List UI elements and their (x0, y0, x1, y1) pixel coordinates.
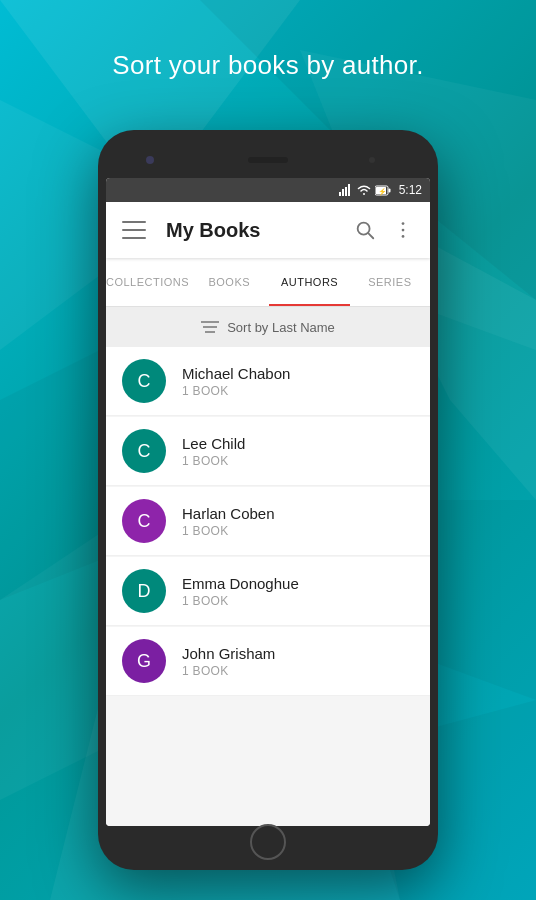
list-item[interactable]: C Michael Chabon 1 BOOK (106, 347, 430, 416)
author-info: Michael Chabon 1 BOOK (182, 365, 414, 398)
author-info: Emma Donoghue 1 BOOK (182, 575, 414, 608)
list-item[interactable]: D Emma Donoghue 1 BOOK (106, 557, 430, 626)
author-book-count: 1 BOOK (182, 454, 414, 468)
author-info: John Grisham 1 BOOK (182, 645, 414, 678)
sort-label: Sort by Last Name (227, 320, 335, 335)
svg-rect-11 (339, 192, 341, 196)
hamburger-menu[interactable] (122, 221, 146, 239)
list-item[interactable]: C Lee Child 1 BOOK (106, 417, 430, 486)
avatar: C (122, 499, 166, 543)
svg-point-23 (402, 235, 405, 238)
author-book-count: 1 BOOK (182, 384, 414, 398)
tab-series[interactable]: SERIES (350, 258, 430, 306)
author-book-count: 1 BOOK (182, 664, 414, 678)
svg-text:⚡: ⚡ (377, 187, 386, 196)
list-item[interactable]: G John Grisham 1 BOOK (106, 627, 430, 696)
author-name: Michael Chabon (182, 365, 414, 382)
front-camera (146, 156, 154, 164)
avatar: D (122, 569, 166, 613)
search-icon (354, 219, 376, 241)
author-name: Lee Child (182, 435, 414, 452)
phone-bottom (106, 826, 430, 858)
sensor (369, 157, 375, 163)
author-book-count: 1 BOOK (182, 594, 414, 608)
tab-authors[interactable]: AUTHORS (269, 258, 349, 306)
avatar: G (122, 639, 166, 683)
svg-point-21 (402, 222, 405, 225)
wifi-icon (357, 184, 371, 196)
author-info: Lee Child 1 BOOK (182, 435, 414, 468)
more-options-button[interactable] (392, 219, 414, 241)
hamburger-line-2 (122, 229, 146, 231)
signal-icon (339, 184, 353, 196)
status-bar: ⚡ 5:12 (106, 178, 430, 202)
hamburger-line-3 (122, 237, 146, 239)
tab-books[interactable]: BOOKS (189, 258, 269, 306)
tab-collections-label: COLLECTIONS (106, 276, 189, 288)
author-name: Harlan Coben (182, 505, 414, 522)
more-vert-icon (392, 219, 414, 241)
headline: Sort your books by author. (0, 50, 536, 81)
search-button[interactable] (354, 219, 376, 241)
sort-icon (201, 320, 219, 334)
author-name: John Grisham (182, 645, 414, 662)
avatar: C (122, 359, 166, 403)
svg-line-20 (368, 233, 373, 238)
app-title: My Books (166, 219, 354, 242)
status-time: 5:12 (399, 183, 422, 197)
svg-point-22 (402, 229, 405, 232)
svg-rect-12 (342, 189, 344, 196)
app-bar-icons (354, 219, 414, 241)
sort-bar[interactable]: Sort by Last Name (106, 307, 430, 347)
avatar: C (122, 429, 166, 473)
author-list: C Michael Chabon 1 BOOK C Lee Child 1 BO… (106, 347, 430, 826)
svg-rect-16 (388, 188, 390, 192)
home-button[interactable] (250, 824, 286, 860)
hamburger-line-1 (122, 221, 146, 223)
tabs-bar: COLLECTIONS BOOKS AUTHORS SERIES (106, 258, 430, 307)
svg-rect-13 (345, 187, 347, 196)
author-info: Harlan Coben 1 BOOK (182, 505, 414, 538)
app-bar: My Books (106, 202, 430, 258)
svg-rect-14 (348, 184, 350, 196)
battery-icon: ⚡ (375, 185, 391, 196)
tab-books-label: BOOKS (208, 276, 250, 288)
phone-top-bar (106, 146, 430, 174)
tab-authors-label: AUTHORS (281, 276, 338, 288)
author-name: Emma Donoghue (182, 575, 414, 592)
phone-frame: ⚡ 5:12 My Books (98, 130, 438, 870)
tab-collections[interactable]: COLLECTIONS (106, 258, 189, 306)
author-book-count: 1 BOOK (182, 524, 414, 538)
speaker (248, 157, 288, 163)
phone-screen: ⚡ 5:12 My Books (106, 178, 430, 826)
status-icons: ⚡ 5:12 (339, 183, 422, 197)
tab-series-label: SERIES (368, 276, 411, 288)
list-item[interactable]: C Harlan Coben 1 BOOK (106, 487, 430, 556)
